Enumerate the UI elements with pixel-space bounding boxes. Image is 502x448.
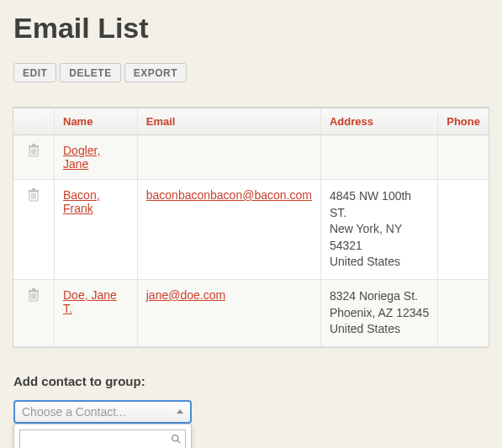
column-phone[interactable]: Phone: [438, 108, 489, 135]
svg-rect-5: [32, 144, 35, 145]
contact-search-input[interactable]: [24, 432, 171, 448]
column-email[interactable]: Email: [137, 108, 320, 135]
contact-email-link[interactable]: jane@doe.com: [146, 288, 225, 302]
cell-name: Doe, Jane T.: [55, 279, 138, 346]
cell-name: Dogler, Jane: [55, 135, 138, 180]
toolbar: EDIT DELETE EXPORT: [13, 63, 489, 82]
cell-email: baconbaconbacon@bacon.com: [137, 180, 320, 280]
table-row: Dogler, Jane: [13, 135, 489, 180]
cell-email: [137, 135, 320, 180]
contact-select[interactable]: Choose a Contact... Fakename, Bob and Ja…: [13, 400, 192, 424]
add-contact-label: Add contact to group:: [13, 374, 489, 388]
contact-name-link[interactable]: Bacon, Frank: [63, 188, 100, 215]
table-row: Doe, Jane T.jane@doe.com8324 Noriega St.…: [13, 279, 489, 346]
cell-address: 8324 Noriega St. Phoenix, AZ 12345 Unite…: [320, 279, 437, 346]
contact-select-dropdown: Fakename, Bob and JamiraJames, BradfordJ…: [13, 424, 192, 448]
column-delete: [13, 108, 55, 135]
table-row: Bacon, Frankbaconbaconbacon@bacon.com484…: [13, 180, 489, 280]
contact-name-link[interactable]: Doe, Jane T.: [63, 288, 117, 315]
cell-phone: [438, 279, 489, 346]
edit-button[interactable]: EDIT: [13, 63, 56, 82]
trash-icon[interactable]: [13, 180, 55, 280]
contacts-table: Name Email Address Phone Dogler, JaneBac…: [13, 108, 489, 347]
contact-email-link[interactable]: baconbaconbacon@bacon.com: [146, 188, 312, 202]
svg-line-19: [177, 440, 180, 443]
trash-icon[interactable]: [13, 135, 55, 180]
cell-phone: [438, 135, 489, 180]
chevron-up-icon: [177, 409, 183, 414]
cell-name: Bacon, Frank: [55, 180, 138, 280]
export-button[interactable]: EXPORT: [124, 63, 187, 82]
add-contact-section: Add contact to group: Choose a Contact..…: [13, 374, 489, 424]
cell-email: jane@doe.com: [137, 279, 320, 346]
svg-rect-17: [32, 288, 35, 290]
column-address[interactable]: Address: [320, 108, 437, 135]
search-icon: [171, 434, 182, 447]
contact-select-placeholder: Choose a Contact...: [22, 405, 126, 419]
column-name[interactable]: Name: [55, 108, 138, 135]
cell-address: 4845 NW 100th ST. New York, NY 54321 Uni…: [320, 180, 437, 280]
delete-button[interactable]: DELETE: [60, 63, 120, 82]
svg-rect-11: [32, 188, 35, 190]
svg-rect-16: [29, 290, 39, 292]
trash-icon[interactable]: [13, 279, 55, 346]
cell-address: [320, 135, 437, 180]
svg-rect-10: [29, 190, 39, 192]
contact-select-head[interactable]: Choose a Contact...: [13, 400, 192, 424]
cell-phone: [438, 180, 489, 280]
svg-rect-4: [29, 145, 39, 147]
contact-name-link[interactable]: Dogler, Jane: [63, 144, 100, 171]
page-title: Email List: [13, 12, 489, 45]
svg-point-18: [172, 435, 178, 440]
